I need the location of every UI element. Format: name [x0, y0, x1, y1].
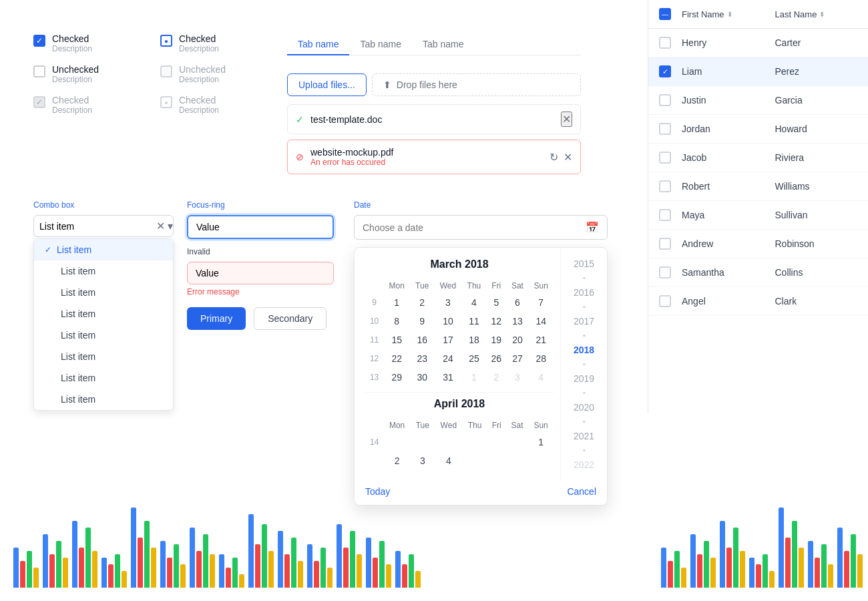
year-2015[interactable]: 2015 [574, 258, 594, 269]
last-name-sort-icon[interactable]: ⬍ [819, 11, 825, 18]
tab-1[interactable]: Tab name [287, 33, 349, 55]
mar-22[interactable]: 22 [383, 349, 410, 368]
mar-21[interactable]: 21 [529, 331, 554, 349]
table-row-henry[interactable]: Henry Carter [648, 29, 868, 57]
mar-28[interactable]: 28 [529, 349, 554, 368]
tab-3[interactable]: Tab name [412, 33, 474, 55]
apr-2-other[interactable]: 2 [486, 368, 506, 387]
apr-4-other[interactable]: 4 [529, 368, 554, 387]
checkbox-input-checked-2[interactable] [160, 35, 172, 47]
combobox-input[interactable] [39, 221, 156, 232]
table-row-robert[interactable]: Robert Williams [648, 172, 868, 201]
primary-button[interactable]: Primary [187, 307, 246, 330]
dropdown-item-4[interactable]: List item [34, 303, 173, 325]
mar-6[interactable]: 6 [506, 293, 528, 312]
tab-2[interactable]: Tab name [349, 33, 411, 55]
upload-button[interactable]: Upload files... [287, 73, 367, 96]
mar-11[interactable]: 11 [462, 312, 487, 331]
apr-1-other[interactable]: 1 [462, 368, 487, 387]
first-name-sort-icon[interactable]: ⬍ [727, 11, 732, 18]
row-checkbox-liam[interactable] [659, 65, 671, 77]
mar-9[interactable]: 9 [410, 312, 434, 331]
mar-29[interactable]: 29 [383, 368, 410, 387]
checkbox-checked-2[interactable]: Checked Description [160, 33, 274, 53]
mar-10[interactable]: 10 [434, 312, 461, 331]
dropdown-item-8[interactable]: List item [34, 389, 173, 410]
row-checkbox-jordan[interactable] [659, 123, 671, 135]
row-checkbox-andrew[interactable] [659, 238, 671, 250]
table-row-liam[interactable]: Liam Perez [648, 57, 868, 86]
row-checkbox-justin[interactable] [659, 94, 671, 106]
combobox-input-container[interactable]: ✕ ▾ [33, 215, 174, 237]
checkbox-unchecked-1[interactable]: Unchecked Description [33, 64, 147, 84]
header-checkbox[interactable] [659, 8, 671, 20]
table-row-andrew[interactable]: Andrew Robinson [648, 230, 868, 258]
table-row-maya[interactable]: Maya Sullivan [648, 201, 868, 230]
mar-20[interactable]: 20 [506, 331, 528, 349]
checkbox-input-unchecked-1[interactable] [33, 65, 45, 77]
dropdown-item-7[interactable]: List item [34, 367, 173, 389]
apr-2[interactable]: 2 [383, 451, 410, 470]
combobox-chevron-icon[interactable]: ▾ [168, 220, 173, 232]
row-checkbox-maya[interactable] [659, 209, 671, 221]
mar-5[interactable]: 5 [486, 293, 506, 312]
secondary-button[interactable]: Secondary [254, 307, 327, 330]
dropdown-item-5[interactable]: List item [34, 325, 173, 346]
date-input-container[interactable]: 📅 [354, 215, 608, 240]
mar-8[interactable]: 8 [383, 312, 410, 331]
mar-1[interactable]: 1 [383, 293, 410, 312]
combobox-clear-icon[interactable]: ✕ [156, 220, 165, 232]
mar-23[interactable]: 23 [410, 349, 434, 368]
mar-15[interactable]: 15 [383, 331, 410, 349]
mar-2[interactable]: 2 [410, 293, 434, 312]
apr-4[interactable]: 4 [435, 451, 463, 470]
apr-3[interactable]: 3 [411, 451, 435, 470]
mar-16[interactable]: 16 [410, 331, 434, 349]
table-row-jacob[interactable]: Jacob Riviera [648, 144, 868, 172]
table-row-justin[interactable]: Justin Garcia [648, 86, 868, 115]
last-name-header[interactable]: Last Name ⬍ [775, 9, 858, 19]
mar-27[interactable]: 27 [506, 349, 528, 368]
mar-4[interactable]: 4 [462, 293, 487, 312]
row-checkbox-jacob[interactable] [659, 152, 671, 164]
row-checkbox-samantha[interactable] [659, 266, 671, 278]
row-checkbox-robert[interactable] [659, 180, 671, 192]
table-row-jordan[interactable]: Jordan Howard [648, 115, 868, 144]
today-button[interactable]: Today [365, 486, 390, 497]
year-2019[interactable]: 2019 [574, 373, 594, 384]
apr-3-other[interactable]: 3 [506, 368, 528, 387]
checkbox-input-checked-1[interactable] [33, 35, 45, 47]
drop-zone[interactable]: ⬆ Drop files here [372, 73, 581, 96]
file-close-1[interactable]: ✕ [561, 112, 572, 127]
focus-ring-input[interactable] [187, 215, 334, 239]
row-checkbox-henry[interactable] [659, 37, 671, 49]
mar-12[interactable]: 12 [486, 312, 506, 331]
file-close-2[interactable]: ✕ [564, 151, 572, 164]
year-2018-current[interactable]: 2018 [574, 345, 594, 355]
mar-17[interactable]: 17 [434, 331, 461, 349]
mar-3[interactable]: 3 [434, 293, 461, 312]
dropdown-item-2[interactable]: List item [34, 260, 173, 282]
date-input[interactable] [363, 222, 586, 233]
mar-7[interactable]: 7 [529, 293, 554, 312]
row-checkbox-angel[interactable] [659, 295, 671, 307]
mar-14[interactable]: 14 [529, 312, 554, 331]
mar-18[interactable]: 18 [462, 331, 487, 349]
mar-30[interactable]: 30 [410, 368, 434, 387]
year-2021[interactable]: 2021 [574, 431, 594, 441]
year-2020[interactable]: 2020 [574, 402, 594, 413]
year-2017[interactable]: 2017 [574, 316, 594, 327]
table-row-samantha[interactable]: Samantha Collins [648, 258, 868, 287]
calendar-icon[interactable]: 📅 [586, 221, 599, 234]
mar-26[interactable]: 26 [486, 349, 506, 368]
dropdown-item-6[interactable]: List item [34, 346, 173, 367]
mar-13[interactable]: 13 [506, 312, 528, 331]
mar-24[interactable]: 24 [434, 349, 461, 368]
invalid-input[interactable] [187, 262, 334, 284]
mar-31[interactable]: 31 [434, 368, 461, 387]
table-row-angel[interactable]: Angel Clark [648, 287, 868, 316]
checkbox-checked-1[interactable]: Checked Description [33, 33, 147, 53]
mar-19[interactable]: 19 [486, 331, 506, 349]
dropdown-item-1[interactable]: ✓ List item [34, 239, 173, 260]
file-retry-button[interactable]: ↻ [550, 151, 558, 164]
